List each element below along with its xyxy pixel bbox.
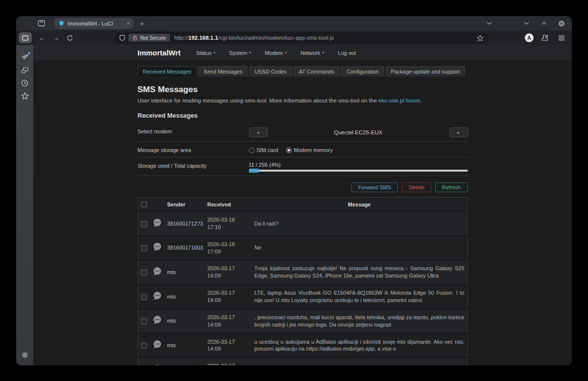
window-close-icon[interactable] [556,18,567,29]
select-all-checkbox[interactable] [141,202,147,207]
new-tab-icon[interactable]: + [140,19,144,27]
table-row[interactable]: mts 2026-03-17 14:09 mts Loyalty program… [138,357,467,365]
settings-gear-icon[interactable] [20,350,30,360]
sidebar-toggle-button[interactable] [19,32,32,43]
sender-cell: 381600171273 [164,211,204,236]
tab-configuration[interactable]: Configuration [341,66,384,76]
select-modem-row: Select modem ◂ Quectel EC25-EUX ▸ [138,123,468,142]
modem-name: Quectel EC25-EUX [268,129,449,135]
message-bubble-icon [152,291,162,301]
table-row[interactable]: mts 2026-03-17 14:09 Tvoja lojalnost zas… [138,260,467,284]
capacity-label: Storage used / Total capacity [138,162,249,169]
window-minimize-icon[interactable] [521,18,532,29]
radio-modem-memory[interactable]: Modem memory [286,147,333,153]
forward-icon[interactable]: → [50,34,61,42]
message-bubble-icon [152,340,162,349]
menu-network[interactable]: Network▾ [300,50,324,56]
modem-next-button[interactable]: ▸ [449,127,468,137]
message-cell: LTE, laptop Asus VivoBook GO E1504FA-BQ1… [251,284,467,309]
received-cell: 2026-03-17 14:09 [204,309,251,333]
reload-icon[interactable] [64,32,75,43]
sim-card-radio[interactable] [249,148,254,153]
sms-table: Sender Received Message 381600171273 202… [138,197,468,365]
row-checkbox[interactable] [141,294,147,300]
firefox-view-icon[interactable] [36,18,47,29]
message-bubble-icon [152,315,162,325]
row-checkbox[interactable] [141,221,147,227]
notification-dot [28,52,30,54]
browser-tab[interactable]: ImmortalWrt - LuCI × [54,18,134,29]
message-cell: u ucestvuj u aukcijama u AdBaloo aplikac… [251,333,467,358]
received-cell: 2026-03-18 17:09 [204,236,251,260]
forward-sms-button[interactable]: Forward SMS [351,182,398,192]
message-cell: , preciscivaci vazduha, mali kucni apara… [251,309,467,333]
tab-close-icon[interactable]: × [126,21,130,26]
caret-down-icon: ▾ [285,51,287,55]
browser-window: ImmortalWrt - LuCI × + [16,16,572,365]
icon-column-header [149,198,164,212]
tracking-shield-icon[interactable] [119,34,125,41]
browser-sidebar [16,45,33,365]
received-form: Select modem ◂ Quectel EC25-EUX ▸ Messag… [138,123,468,176]
page-viewport: ImmortalWrt Status▾System▾Modem▾Network▾… [33,45,572,365]
table-row[interactable]: mts 2026-03-17 14:09 LTE, laptop Asus Vi… [138,284,467,309]
received-cell: 2026-03-18 17:10 [204,211,251,236]
caret-down-icon: ▾ [214,51,216,55]
menu-hamburger-icon[interactable] [556,32,567,43]
message-cell: Da li radi? [251,211,467,236]
url-host: 192.168.1.1 [188,35,218,41]
tab-title: ImmortalWrt - LuCI [68,21,123,26]
capacity-progressbar [249,170,468,172]
received-cell: 2026-03-17 14:09 [204,284,251,309]
modem-prev-button[interactable]: ◂ [249,127,268,137]
extensions-icon[interactable] [539,32,550,43]
not-secure-badge[interactable]: Not Secure [128,34,170,42]
sender-cell: mts [164,357,204,365]
insecure-lock-icon [132,35,138,41]
bookmarks-star-icon[interactable] [20,90,30,101]
table-row[interactable]: mts 2026-03-17 14:09 u ucestvuj u aukcij… [138,333,467,358]
luci-menu: Status▾System▾Modem▾Network▾Log out [196,50,356,56]
radio-sim-card[interactable]: SIM card [249,147,278,153]
tab-ussd-codes[interactable]: USSD Codes [249,66,292,76]
delete-button[interactable]: Delete [402,182,431,192]
menu-log-out[interactable]: Log out [338,50,356,56]
received-cell: 2026-03-17 14:09 [204,357,251,365]
table-row[interactable]: mts 2026-03-17 14:09 , preciscivaci vazd… [138,309,467,333]
synced-tabs-icon[interactable] [20,65,30,76]
modem-memory-radio[interactable] [286,148,292,153]
row-checkbox[interactable] [141,270,147,276]
refresh-button[interactable]: Refresh [435,182,468,192]
row-checkbox[interactable] [141,343,147,349]
sender-cell: mts [164,309,204,333]
caret-down-icon: ▾ [322,51,324,55]
tab-send-messages[interactable]: Send Messages [198,66,248,76]
message-cell: Ne [251,236,467,260]
menu-status[interactable]: Status▾ [196,50,216,56]
menu-modem[interactable]: Modem▾ [265,50,287,56]
sender-cell: mts [164,260,204,284]
back-icon[interactable]: ← [37,34,48,42]
brand-immortalwrt[interactable]: ImmortalWrt [138,49,181,57]
row-checkbox[interactable] [141,318,147,324]
window-maximize-icon[interactable] [539,18,549,29]
table-row[interactable]: 381600171003 2026-03-18 17:09 Ne [138,236,467,260]
bookmark-star-icon[interactable] [477,35,484,41]
eko-forum-link[interactable]: eko.one.pl forum [378,98,420,103]
capacity-progress-fill [249,169,259,173]
row-checkbox[interactable] [141,245,147,251]
tab-at-commands[interactable]: AT Commands [294,66,340,76]
luci-header: ImmortalWrt Status▾System▾Modem▾Network▾… [33,45,572,60]
tab-list-chevron-icon[interactable] [484,18,494,29]
tab-received-messages[interactable]: Received Messages [138,66,197,76]
tab-package-update-and-support[interactable]: Package update and support [386,66,466,76]
caret-down-icon: ▾ [249,51,251,55]
whats-new-sparkles-icon[interactable] [20,52,30,63]
menu-system[interactable]: System▾ [229,50,251,56]
table-row[interactable]: 381600171273 2026-03-18 17:10 Da li radi… [138,211,467,236]
sender-cell: mts [164,284,204,309]
history-clock-icon[interactable] [20,77,30,88]
url-bar[interactable]: Not Secure http://192.168.1.1/cgi-bin/lu… [114,32,489,44]
profile-avatar[interactable]: A [525,33,534,42]
message-bubble-icon [152,364,162,365]
